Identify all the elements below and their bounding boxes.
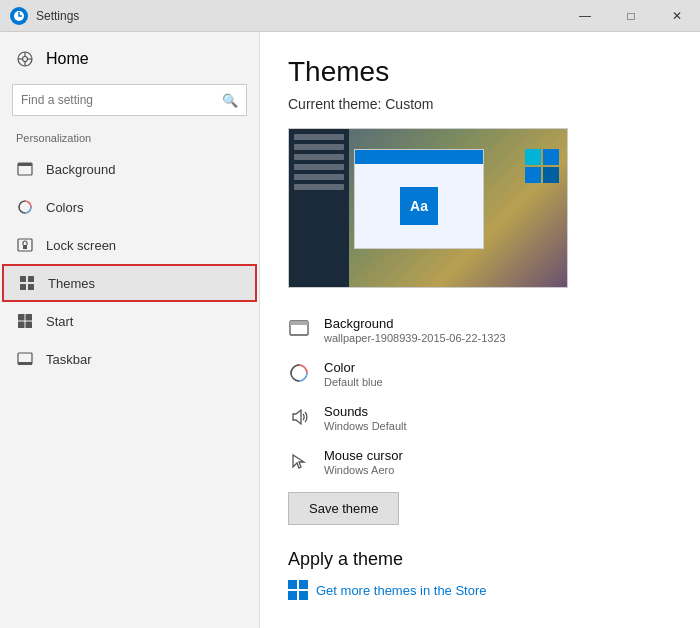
titlebar: Settings — □ ✕	[0, 0, 700, 32]
sounds-settings-icon	[288, 406, 310, 428]
svg-rect-28	[299, 591, 308, 600]
current-theme-label: Current theme: Custom	[288, 96, 672, 112]
sidebar-section-label: Personalization	[0, 128, 259, 150]
preview-window-titlebar	[355, 150, 483, 164]
settings-item-mouse-cursor-title: Mouse cursor	[324, 448, 403, 463]
settings-item-color-title: Color	[324, 360, 383, 375]
svg-point-2	[23, 57, 28, 62]
sidebar-item-start[interactable]: Start	[0, 302, 259, 340]
svg-rect-13	[28, 276, 34, 282]
color-settings-icon	[288, 362, 310, 384]
store-link-label: Get more themes in the Store	[316, 583, 487, 598]
settings-item-background[interactable]: Background wallpaper-1908939-2015-06-22-…	[288, 308, 672, 352]
search-input[interactable]	[21, 93, 222, 107]
preview-window: Aa	[354, 149, 484, 249]
svg-rect-12	[20, 276, 26, 282]
settings-item-sounds-title: Sounds	[324, 404, 407, 419]
sidebar-item-label-colors: Colors	[46, 200, 84, 215]
titlebar-title: Settings	[36, 9, 79, 23]
svg-rect-16	[18, 314, 25, 321]
sidebar: Home 🔍 Personalization Background	[0, 32, 260, 628]
apply-theme-title: Apply a theme	[288, 549, 672, 570]
settings-item-sounds-sub: Windows Default	[324, 420, 407, 432]
settings-item-mouse-cursor-sub: Windows Aero	[324, 464, 403, 476]
settings-item-color[interactable]: Color Default blue	[288, 352, 672, 396]
close-button[interactable]: ✕	[654, 0, 700, 32]
page-title: Themes	[288, 56, 672, 88]
taskbar-row-6	[294, 184, 344, 190]
settings-item-color-text: Color Default blue	[324, 360, 383, 388]
preview-aa-text: Aa	[400, 187, 438, 225]
search-box[interactable]: 🔍	[12, 84, 247, 116]
svg-rect-18	[18, 322, 25, 329]
sidebar-item-lock-screen[interactable]: Lock screen	[0, 226, 259, 264]
preview-window-body: Aa	[355, 164, 483, 248]
sidebar-item-label-taskbar: Taskbar	[46, 352, 92, 367]
taskbar-icon	[16, 350, 34, 368]
app-container: Home 🔍 Personalization Background	[0, 32, 700, 628]
sidebar-item-label-background: Background	[46, 162, 115, 177]
settings-item-mouse-cursor[interactable]: Mouse cursor Windows Aero	[288, 440, 672, 484]
mouse-cursor-settings-icon	[288, 450, 310, 472]
titlebar-controls: — □ ✕	[562, 0, 700, 31]
store-link[interactable]: Get more themes in the Store	[288, 580, 672, 600]
taskbar-row-4	[294, 164, 344, 170]
svg-rect-26	[299, 580, 308, 589]
settings-item-sounds-text: Sounds Windows Default	[324, 404, 407, 432]
themes-icon	[18, 274, 36, 292]
svg-rect-15	[28, 284, 34, 290]
svg-rect-19	[26, 322, 33, 329]
main-content: Themes Current theme: Custom Aa	[260, 32, 700, 628]
sidebar-item-label-start: Start	[46, 314, 73, 329]
sidebar-item-label-themes: Themes	[48, 276, 95, 291]
svg-rect-23	[290, 321, 308, 325]
preview-tile-3	[525, 167, 541, 183]
preview-taskbar	[289, 129, 349, 287]
theme-preview: Aa	[288, 128, 568, 288]
app-icon	[10, 7, 28, 25]
sidebar-item-taskbar[interactable]: Taskbar	[0, 340, 259, 378]
background-settings-icon	[288, 318, 310, 340]
lock-screen-icon	[16, 236, 34, 254]
settings-item-color-sub: Default blue	[324, 376, 383, 388]
start-icon	[16, 312, 34, 330]
preview-tile-4	[543, 167, 559, 183]
sidebar-item-background[interactable]: Background	[0, 150, 259, 188]
sidebar-home-label: Home	[46, 50, 89, 68]
sidebar-item-label-lock-screen: Lock screen	[46, 238, 116, 253]
preview-tiles	[525, 149, 559, 183]
sidebar-item-themes[interactable]: Themes	[2, 264, 257, 302]
taskbar-row-2	[294, 144, 344, 150]
svg-rect-17	[26, 314, 33, 321]
svg-rect-14	[20, 284, 26, 290]
preview-tile-2	[543, 149, 559, 165]
settings-item-mouse-cursor-text: Mouse cursor Windows Aero	[324, 448, 403, 476]
sidebar-item-colors[interactable]: Colors	[0, 188, 259, 226]
colors-icon	[16, 198, 34, 216]
save-theme-button[interactable]: Save theme	[288, 492, 399, 525]
taskbar-row-1	[294, 134, 344, 140]
titlebar-left: Settings	[10, 7, 79, 25]
taskbar-row-3	[294, 154, 344, 160]
background-icon	[16, 160, 34, 178]
settings-item-background-sub: wallpaper-1908939-2015-06-22-1323	[324, 332, 506, 344]
home-icon	[16, 50, 34, 68]
minimize-button[interactable]: —	[562, 0, 608, 32]
preview-tile-1	[525, 149, 541, 165]
taskbar-row-5	[294, 174, 344, 180]
maximize-button[interactable]: □	[608, 0, 654, 32]
svg-rect-27	[288, 591, 297, 600]
settings-item-sounds[interactable]: Sounds Windows Default	[288, 396, 672, 440]
search-icon: 🔍	[222, 93, 238, 108]
svg-rect-11	[23, 245, 27, 249]
store-icon	[288, 580, 308, 600]
svg-rect-21	[18, 362, 32, 365]
svg-rect-25	[288, 580, 297, 589]
settings-item-background-text: Background wallpaper-1908939-2015-06-22-…	[324, 316, 506, 344]
svg-rect-8	[18, 163, 32, 166]
settings-item-background-title: Background	[324, 316, 506, 331]
sidebar-item-home[interactable]: Home	[0, 40, 259, 78]
